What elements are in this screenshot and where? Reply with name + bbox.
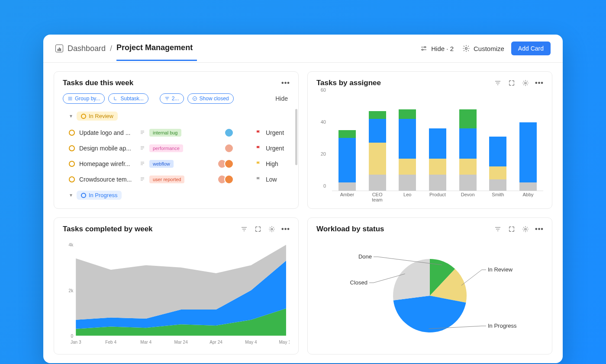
filter-closed[interactable]: Show closed — [187, 93, 234, 104]
svg-text:Feb 4: Feb 4 — [105, 340, 116, 345]
card-title: Tasks due this week — [63, 79, 133, 87]
svg-text:May 15: May 15 — [279, 340, 290, 345]
more-icon[interactable]: ••• — [282, 79, 290, 87]
flag-icon — [255, 145, 261, 151]
filter-icon[interactable] — [240, 225, 248, 233]
customize-button[interactable]: Customize — [461, 42, 506, 55]
breadcrumb-root[interactable]: Dashboard — [68, 44, 106, 53]
bar-column[interactable] — [519, 95, 537, 191]
bar-column[interactable] — [338, 95, 356, 191]
x-label: Devon — [459, 192, 477, 202]
priority-label: Low — [266, 176, 290, 183]
task-row[interactable]: Update logo and ... internal bug Urgent — [63, 125, 290, 140]
bar-column[interactable] — [399, 95, 416, 191]
more-icon[interactable]: ••• — [282, 225, 290, 233]
filter-subtask[interactable]: Subtask... — [108, 93, 148, 104]
pie-chart: DoneIn ReviewIn ProgressClosed — [308, 238, 552, 354]
bar-chart: 0204060 AmberCEO teamLeoProductDevonSmit… — [308, 92, 552, 208]
app-window: Dashboard / Project Management Hide · 2 … — [43, 35, 563, 363]
card-tasks-assignee: Tasks by assignee ••• 0204060 AmberCEO t… — [307, 71, 552, 209]
task-name: Update logo and ... — [79, 129, 135, 136]
filter-count[interactable]: 2... — [160, 93, 184, 104]
expand-icon[interactable] — [254, 225, 262, 233]
pie-slice[interactable] — [393, 296, 466, 332]
x-label: Abby — [519, 192, 537, 202]
task-tag: internal bug — [149, 129, 181, 137]
task-filters: Group by... Subtask... 2... Show closed … — [54, 92, 298, 109]
svg-text:Apr 24: Apr 24 — [210, 340, 222, 345]
avatar — [224, 128, 234, 137]
assignees — [217, 175, 234, 184]
more-icon[interactable]: ••• — [535, 225, 543, 233]
bar-column[interactable] — [459, 95, 477, 191]
add-card-button[interactable]: Add Card — [511, 42, 551, 55]
gear-icon[interactable] — [522, 225, 529, 233]
sliders-icon — [420, 45, 428, 52]
task-tag: user reported — [149, 176, 184, 183]
filter-icon[interactable] — [494, 79, 502, 87]
task-group-progress[interactable]: ▼ In Progress — [69, 191, 290, 200]
task-list: ▼ In Review Update logo and ... internal… — [54, 109, 298, 208]
pie-label: In Review — [488, 266, 513, 273]
task-row[interactable]: Homepage wirefr... webflow High — [63, 156, 290, 172]
breadcrumb: Dashboard / Project Management — [55, 43, 193, 54]
svg-text:2k: 2k — [69, 288, 74, 293]
breadcrumb-separator: / — [110, 44, 112, 53]
svg-text:Jan 3: Jan 3 — [71, 340, 81, 345]
task-row[interactable]: Crowdsource tem... user reported Low — [63, 172, 290, 187]
expand-icon[interactable] — [508, 79, 516, 87]
bar-column[interactable] — [429, 95, 446, 191]
avatar — [224, 159, 234, 169]
card-tasks-due: Tasks due this week ••• Group by... Subt… — [54, 71, 299, 209]
status-icon — [69, 161, 75, 167]
task-name: Crowdsource tem... — [79, 176, 135, 183]
hide-columns-button[interactable]: Hide — [275, 95, 290, 102]
avatar — [224, 144, 234, 153]
gear-icon[interactable] — [522, 79, 529, 87]
gear-icon[interactable] — [268, 225, 276, 233]
task-name: Homepage wirefr... — [79, 160, 135, 167]
breadcrumb-current[interactable]: Project Management — [116, 43, 193, 54]
area-chart: 02k4kJan 3Feb 4Mar 4Mar 24Apr 24May 4May… — [54, 238, 298, 354]
svg-text:May 4: May 4 — [245, 340, 257, 345]
scrollbar[interactable] — [295, 109, 297, 165]
assignees — [224, 144, 234, 153]
description-icon — [140, 160, 145, 168]
chevron-down-icon[interactable]: ▼ — [69, 193, 73, 198]
priority-label: Urgent — [266, 145, 290, 152]
flag-icon — [255, 130, 261, 136]
svg-text:Mar 4: Mar 4 — [140, 340, 152, 345]
task-tag: webflow — [149, 160, 174, 168]
bar-column[interactable] — [489, 95, 506, 191]
filter-groupby[interactable]: Group by... — [63, 93, 105, 104]
svg-point-4 — [525, 82, 526, 84]
expand-icon[interactable] — [508, 225, 516, 233]
svg-point-0 — [425, 47, 426, 48]
task-name: Design mobile ap... — [79, 145, 135, 152]
more-icon[interactable]: ••• — [535, 79, 543, 87]
pie-label: In Progress — [488, 322, 517, 329]
flag-icon — [255, 161, 261, 167]
card-title: Tasks completed by week — [63, 225, 153, 233]
status-icon — [69, 176, 75, 182]
hide-button[interactable]: Hide · 2 — [418, 42, 455, 55]
svg-text:0: 0 — [71, 333, 74, 338]
svg-text:4k: 4k — [69, 243, 74, 247]
pie-label: Closed — [350, 279, 367, 286]
card-title: Tasks by assignee — [316, 79, 381, 87]
priority-label: High — [266, 160, 290, 167]
task-row[interactable]: Design mobile ap... performance Urgent — [63, 140, 290, 156]
x-label: Amber — [338, 192, 356, 202]
task-group-review[interactable]: ▼ In Review — [69, 112, 290, 121]
description-icon — [140, 129, 145, 137]
pie-slice[interactable] — [393, 259, 430, 300]
bar-column[interactable] — [369, 95, 386, 191]
chevron-down-icon[interactable]: ▼ — [69, 114, 73, 118]
x-label: Product — [429, 192, 446, 202]
svg-point-3 — [193, 97, 197, 101]
avatar — [224, 175, 234, 184]
description-icon — [140, 144, 145, 152]
gear-icon — [462, 45, 470, 52]
filter-icon[interactable] — [494, 225, 502, 233]
card-title: Workload by status — [316, 225, 384, 233]
